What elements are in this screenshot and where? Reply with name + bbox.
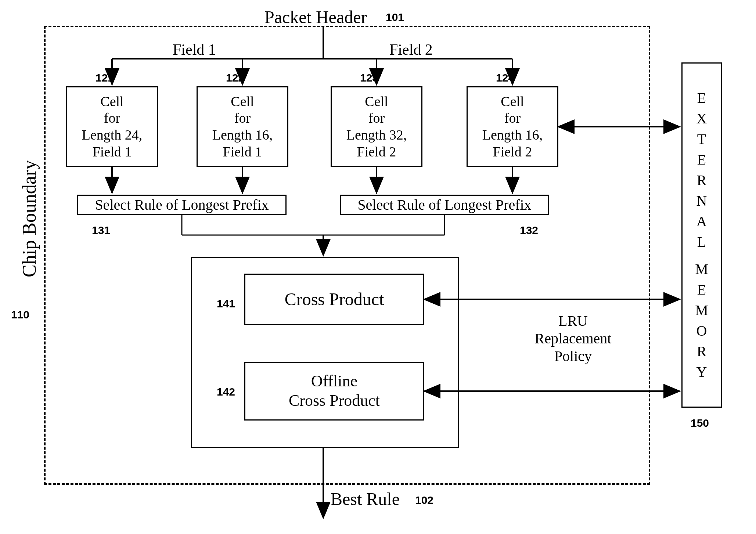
ext-mem-M: M — [695, 259, 708, 279]
ext-mem-R: R — [697, 170, 707, 191]
num-131: 131 — [92, 224, 110, 237]
num-110: 110 — [11, 309, 29, 321]
select-132-text: Select Rule of Longest Prefix — [357, 196, 531, 214]
cell-124: Cell for Length 16, Field 2 — [467, 86, 558, 167]
num-142: 142 — [217, 386, 235, 398]
ext-mem-X: X — [696, 108, 707, 129]
ext-mem-N: N — [696, 191, 707, 211]
num-102: 102 — [415, 494, 433, 506]
field2-label: Field 2 — [389, 40, 433, 59]
cell-122: Cell for Length 16, Field 1 — [197, 86, 288, 167]
cell-123-text: Cell for Length 32, Field 2 — [346, 93, 407, 160]
ext-mem-E3: E — [697, 279, 706, 300]
num-101: 101 — [386, 11, 404, 24]
num-122: 122 — [226, 72, 244, 84]
external-memory-box: E X T E R N A L M E M O R Y — [681, 62, 722, 408]
ext-mem-E: E — [697, 88, 706, 108]
num-124: 124 — [496, 72, 514, 84]
cell-122-text: Cell for Length 16, Field 1 — [212, 93, 273, 160]
select-131-text: Select Rule of Longest Prefix — [95, 196, 269, 214]
num-121: 121 — [96, 72, 114, 84]
best-rule-label: Best Rule — [331, 488, 400, 510]
cell-123: Cell for Length 32, Field 2 — [331, 86, 422, 167]
cross-product-141-text: Cross Product — [285, 289, 384, 310]
ext-mem-L: L — [697, 232, 706, 252]
lru-label: LRU Replacement Policy — [518, 312, 628, 365]
cell-121: Cell for Length 24, Field 1 — [66, 86, 158, 167]
ext-mem-T: T — [697, 129, 706, 149]
ext-mem-M2: M — [695, 300, 708, 321]
ext-mem-Y: Y — [696, 362, 707, 382]
cross-product-142: Offline Cross Product — [244, 362, 424, 421]
cell-121-text: Cell for Length 24, Field 1 — [82, 93, 143, 160]
packet-header-label: Packet Header — [264, 7, 367, 28]
chip-boundary-label: Chip Boundary — [18, 140, 40, 297]
select-132: Select Rule of Longest Prefix — [340, 195, 549, 215]
cell-124-text: Cell for Length 16, Field 2 — [482, 93, 543, 160]
select-131: Select Rule of Longest Prefix — [77, 195, 287, 215]
num-141: 141 — [217, 297, 235, 310]
diagram-root: Packet Header 101 Field 1 Field 2 121 12… — [0, 0, 756, 534]
ext-mem-E2: E — [697, 149, 706, 170]
field1-label: Field 1 — [173, 40, 216, 59]
num-132: 132 — [520, 224, 538, 237]
num-150: 150 — [691, 417, 709, 429]
ext-mem-O: O — [696, 321, 707, 341]
ext-mem-R2: R — [697, 341, 707, 362]
num-123: 123 — [360, 72, 378, 84]
cross-product-142-text: Offline Cross Product — [289, 372, 380, 411]
cross-product-141: Cross Product — [244, 274, 424, 325]
ext-mem-A: A — [696, 211, 707, 232]
